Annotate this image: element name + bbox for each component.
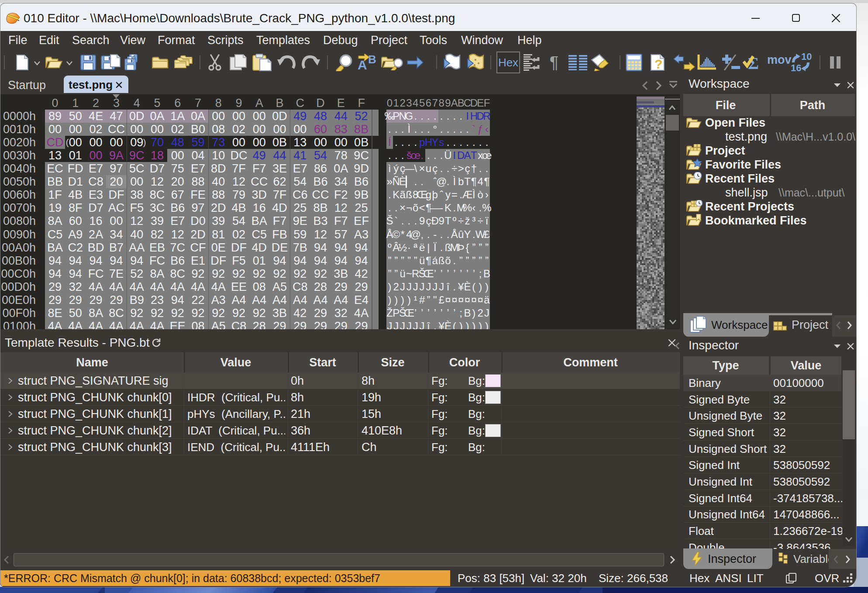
svg-text:?: ? [654, 57, 662, 71]
svg-text:10: 10 [801, 53, 812, 62]
svg-text:B: B [368, 54, 376, 66]
svg-text:16: 16 [791, 62, 801, 72]
